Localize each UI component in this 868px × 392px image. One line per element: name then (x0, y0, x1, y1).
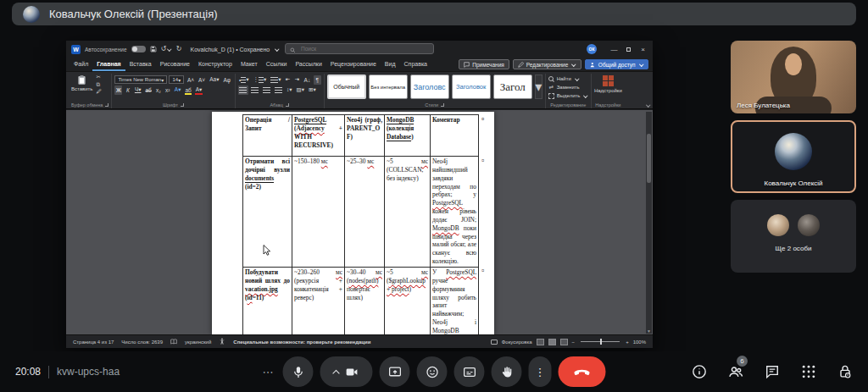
camera-button[interactable] (320, 356, 373, 387)
shrink-font-button[interactable]: А˅ (198, 75, 207, 85)
highlight-button[interactable]: аб (184, 86, 192, 95)
menu-tab-Вид[interactable]: Вид (381, 58, 400, 71)
share-button[interactable]: Общий доступ (585, 59, 648, 69)
menu-tab-Вставка[interactable]: Вставка (125, 58, 156, 71)
sort-icon[interactable]: А↓ (303, 75, 312, 85)
zoom-level[interactable]: 100% (633, 340, 646, 345)
reactions-button[interactable] (417, 356, 448, 387)
participant-tile-kovalchuk[interactable]: Ковальчук Олексій (731, 120, 856, 193)
host-controls-button[interactable] (836, 362, 854, 381)
borders-icon[interactable]: ⊞▾ (307, 86, 317, 95)
font-size-select[interactable]: 14▾ (169, 75, 184, 84)
activities-button[interactable] (799, 362, 818, 381)
addins-button[interactable]: Надстройки (594, 75, 622, 93)
scroll-down-icon[interactable]: ▼ (646, 329, 652, 334)
minimize-button[interactable]: — (607, 42, 621, 57)
meeting-details-button[interactable] (690, 362, 709, 381)
italic-button[interactable]: К (124, 86, 131, 95)
vertical-scrollbar[interactable]: ▼ (646, 112, 652, 334)
style-card[interactable]: Загол (493, 75, 532, 99)
participant-tile-lesya[interactable]: Леся Булатецька (731, 41, 856, 113)
more-options-button[interactable]: ⋮ (529, 356, 552, 387)
proofing-book-icon[interactable] (170, 339, 177, 345)
style-card[interactable]: Заголовс (410, 75, 449, 99)
decrease-indent-icon[interactable]: ⇤ (284, 75, 292, 85)
comments-button[interactable]: Примечания (459, 59, 509, 69)
bold-button[interactable]: Ж (114, 86, 122, 95)
raise-hand-button[interactable] (492, 356, 522, 387)
menu-tab-Рецензирование[interactable]: Рецензирование (326, 58, 381, 71)
redo-icon[interactable]: ↻ (176, 46, 182, 52)
strikethrough-button[interactable]: аб (144, 86, 153, 95)
bullets-icon[interactable]: •▾ (238, 75, 251, 85)
menu-tab-Файл[interactable]: Файл (70, 58, 92, 71)
font-color-button[interactable]: А▾ (194, 86, 203, 95)
menu-tab-Конструктор[interactable]: Конструктор (194, 58, 236, 71)
line-spacing-icon[interactable]: ↕▾ (286, 86, 294, 95)
text-effects-button[interactable]: А▾ (173, 86, 182, 95)
document-page[interactable]: Операція / ЗапитPostgreSQL (Adjacency + … (212, 112, 494, 334)
print-layout-icon[interactable] (548, 339, 556, 345)
dialog-launcher-icon[interactable] (181, 103, 184, 107)
align-right-icon[interactable] (262, 86, 272, 95)
align-center-icon[interactable] (250, 86, 260, 95)
menu-tab-Справка[interactable]: Справка (400, 58, 431, 71)
mic-button[interactable] (283, 356, 314, 387)
word-search-box[interactable] (285, 43, 434, 54)
align-left-icon[interactable] (238, 86, 248, 95)
style-card[interactable]: Без интервала (369, 75, 408, 99)
paste-button[interactable]: Вставить (71, 75, 92, 95)
language-indicator[interactable]: украинский (185, 340, 211, 345)
ribbon-collapse-icon[interactable] (646, 102, 650, 107)
ribbon-select-button[interactable]: Выделить (548, 91, 588, 100)
grow-font-button[interactable]: А˄ (186, 75, 195, 85)
pilcrow-icon[interactable]: ¶ (314, 75, 321, 85)
zoom-slider-thumb[interactable] (600, 339, 602, 345)
format-painter-icon[interactable]: 🖉 (96, 89, 102, 95)
zoom-in-icon[interactable]: + (626, 340, 629, 345)
copy-icon[interactable]: ⧉ (96, 82, 102, 88)
undo-icon[interactable]: ↺ (161, 46, 172, 52)
multilevel-list-icon[interactable]: ▾ (270, 75, 282, 85)
doc-title-chevron-icon[interactable] (275, 47, 280, 51)
dialog-launcher-icon[interactable] (441, 103, 444, 107)
captions-button[interactable] (454, 356, 485, 387)
increase-indent-icon[interactable]: ⇥ (293, 75, 301, 85)
clear-formatting-button[interactable]: Аφ (222, 75, 232, 85)
accessibility-status[interactable]: Специальные возможности: проверьте реком… (233, 340, 370, 345)
chat-button[interactable] (763, 362, 782, 381)
camera-options-chevron-icon[interactable] (332, 369, 339, 376)
menu-tab-Ссылки[interactable]: Ссылки (262, 58, 292, 71)
editing-mode-button[interactable]: Редактирование (513, 59, 581, 69)
present-button[interactable] (380, 356, 410, 387)
dialog-launcher-icon[interactable] (286, 103, 289, 107)
style-card[interactable]: Заголовок (452, 75, 491, 99)
superscript-button[interactable]: x² (164, 86, 171, 95)
styles-scroll-button[interactable]: ▾ (535, 75, 542, 99)
numbering-icon[interactable]: ⋮▾ (252, 75, 268, 85)
ribbon-replace-button[interactable]: Заменить (548, 83, 588, 91)
overflow-dots-icon[interactable]: ⋯ (263, 366, 275, 378)
read-mode-icon[interactable] (537, 339, 544, 345)
dialog-launcher-icon[interactable] (105, 103, 108, 107)
word-count[interactable]: Число слов: 2639 (121, 340, 163, 345)
underline-button[interactable]: Ч▾ (133, 86, 142, 95)
zoom-slider[interactable] (581, 341, 620, 342)
menu-tab-Макет[interactable]: Макет (236, 58, 262, 71)
menu-tab-Рисование[interactable]: Рисование (156, 58, 194, 71)
scrollbar-thumb[interactable] (647, 134, 651, 183)
page-indicator[interactable]: Страница 4 из 17 (73, 340, 114, 345)
close-button[interactable]: × (636, 42, 650, 57)
cut-icon[interactable]: ✂ (96, 75, 102, 80)
change-case-button[interactable]: Аа▾ (209, 75, 220, 85)
restore-button[interactable] (621, 42, 636, 57)
end-call-button[interactable] (559, 356, 606, 387)
style-card[interactable]: Обычный (327, 75, 366, 99)
focus-label[interactable]: Фокусировка (502, 340, 532, 345)
zoom-out-icon[interactable]: − (572, 340, 576, 345)
participants-button[interactable]: 6 (726, 362, 745, 381)
menu-tab-Рассылки[interactable]: Рассылки (291, 58, 326, 71)
shading-icon[interactable]: ▨▾ (295, 86, 305, 95)
justify-icon[interactable] (274, 86, 284, 95)
web-layout-icon[interactable] (560, 339, 568, 345)
